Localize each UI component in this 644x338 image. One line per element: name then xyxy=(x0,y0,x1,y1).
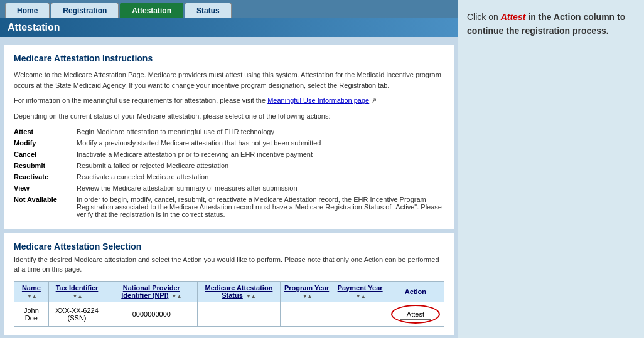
table-col-header: Program Year ▼▲ xyxy=(280,281,333,302)
cell-name: John Doe xyxy=(14,302,49,326)
action-row: ModifyModify a previously started Medica… xyxy=(14,137,444,149)
table-col-header: Medicare Attestation Status ▼▲ xyxy=(198,281,280,302)
action-desc: Review the Medicare attestation summary … xyxy=(77,182,444,194)
sort-icon: ▼▲ xyxy=(27,293,37,299)
action-row: Not AvailableIn order to begin, modify, … xyxy=(14,194,444,220)
action-row: ResubmitResubmit a failed or rejected Me… xyxy=(14,160,444,171)
action-row: ViewReview the Medicare attestation summ… xyxy=(14,182,444,194)
cell-program-year xyxy=(280,302,333,326)
meaningful-use-link[interactable]: Meaningful Use Information page xyxy=(267,97,369,104)
table-col-header: Action xyxy=(387,281,444,302)
instructions-para3: Depending on the current status of your … xyxy=(14,111,444,122)
right-panel-prefix: Click on xyxy=(467,12,498,22)
table-col-header: Name ▼▲ xyxy=(14,281,49,302)
action-desc: Resubmit a failed or rejected Medicare a… xyxy=(77,160,444,171)
action-desc: Reactivate a canceled Medicare attestati… xyxy=(77,171,444,182)
table-col-header: National Provider Identifier (NPI) ▼▲ xyxy=(105,281,198,302)
instructions-heading: Medicare Attestation Instructions xyxy=(14,53,444,63)
attest-action-cell: Attest xyxy=(387,302,444,326)
table-row: John Doe XXX-XX-6224 (SSN) 0000000000 At… xyxy=(14,302,444,326)
action-desc: Modify a previously started Medicare att… xyxy=(77,137,444,149)
action-label: Reactivate xyxy=(14,171,77,182)
cell-payment-year xyxy=(333,302,387,326)
sort-link[interactable]: Medicare Attestation Status xyxy=(205,284,273,299)
action-desc: In order to begin, modify, cancel, resub… xyxy=(77,194,444,220)
selection-desc: Identify the desired Medicare attestatio… xyxy=(14,255,444,275)
right-panel: Click on Attest in the Action column to … xyxy=(458,0,644,338)
tab-status[interactable]: Status xyxy=(185,3,232,18)
right-panel-attest-word: Attest xyxy=(501,12,526,22)
table-col-header: Tax Identifier ▼▲ xyxy=(48,281,105,302)
selection-heading: Medicare Attestation Selection xyxy=(14,241,444,251)
sort-link[interactable]: Name xyxy=(22,284,41,292)
attest-oval: Attest xyxy=(391,305,440,324)
right-panel-instructions: Click on Attest in the Action column to … xyxy=(467,10,635,38)
action-row: ReactivateReactivate a canceled Medicare… xyxy=(14,171,444,182)
sort-icon: ▼▲ xyxy=(171,293,181,299)
sort-link[interactable]: Tax Identifier xyxy=(56,284,99,292)
instructions-para2: For information on the meaningful use re… xyxy=(14,95,444,106)
page-title: Attestation xyxy=(0,18,458,37)
content-area: Medicare Attestation Instructions Welcom… xyxy=(0,41,458,338)
nav-bar: Home Registration Attestation Status xyxy=(0,0,458,18)
tab-home[interactable]: Home xyxy=(5,3,50,18)
action-row: AttestBegin Medicare attestation to mean… xyxy=(14,126,444,137)
action-label: Cancel xyxy=(14,149,77,160)
instructions-box: Medicare Attestation Instructions Welcom… xyxy=(4,45,454,229)
cell-attestation-status xyxy=(198,302,280,326)
sort-icon: ▼▲ xyxy=(303,293,313,299)
sort-link[interactable]: Program Year xyxy=(284,284,329,292)
sort-link[interactable]: Payment Year xyxy=(338,284,383,292)
instructions-para1: Welcome to the Medicare Attestation Page… xyxy=(14,70,444,90)
cell-tax-id: XXX-XX-6224 (SSN) xyxy=(48,302,105,326)
attestation-table: Name ▼▲Tax Identifier ▼▲National Provide… xyxy=(14,281,444,327)
sort-icon: ▼▲ xyxy=(73,293,83,299)
action-label: View xyxy=(14,182,77,194)
sort-icon: ▼▲ xyxy=(356,293,366,299)
action-label: Resubmit xyxy=(14,160,77,171)
action-desc: Inactivate a Medicare attestation prior … xyxy=(77,149,444,160)
selection-box: Medicare Attestation Selection Identify … xyxy=(4,233,454,335)
action-label: Modify xyxy=(14,137,77,149)
action-label: Attest xyxy=(14,126,77,137)
action-desc: Begin Medicare attestation to meaningful… xyxy=(77,126,444,137)
tab-registration[interactable]: Registration xyxy=(51,3,119,18)
action-label: Not Available xyxy=(14,194,77,220)
attest-button[interactable]: Attest xyxy=(400,309,431,320)
cell-npi: 0000000000 xyxy=(105,302,198,326)
action-descriptions-table: AttestBegin Medicare attestation to mean… xyxy=(14,126,444,220)
table-col-header: Payment Year ▼▲ xyxy=(333,281,387,302)
action-row: CancelInactivate a Medicare attestation … xyxy=(14,149,444,160)
tab-attestation[interactable]: Attestation xyxy=(120,3,183,18)
sort-icon: ▼▲ xyxy=(246,293,256,299)
